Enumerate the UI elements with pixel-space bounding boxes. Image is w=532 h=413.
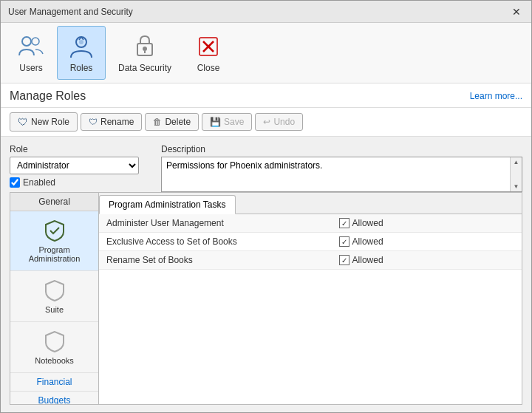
task-name: Rename Set of Books — [99, 251, 332, 270]
allowed-cell: ✓ Allowed — [339, 236, 514, 247]
undo-label: Undo — [273, 117, 295, 127]
allowed-label: Allowed — [352, 255, 383, 265]
delete-button[interactable]: 🗑 Delete — [145, 113, 199, 131]
main-window: User Management and Security ✕ Users — [0, 0, 532, 413]
learn-more-link[interactable]: Learn more... — [470, 91, 522, 101]
tab-bar: Program Administration Tasks — [99, 193, 522, 214]
data-security-icon — [132, 33, 158, 60]
svg-point-0 — [22, 37, 31, 46]
sidebar-item-financial[interactable]: Financial — [10, 373, 98, 392]
sidebar-item-budgets[interactable]: Budgets — [10, 392, 98, 404]
toolbar-data-security-label: Data Security — [118, 63, 171, 73]
scroll-up-arrow[interactable]: ▲ — [511, 157, 522, 167]
delete-icon: 🗑 — [153, 117, 162, 127]
sidebar-item-program-administration[interactable]: Program Administration — [10, 211, 98, 271]
undo-button[interactable]: ↩ Undo — [255, 113, 303, 131]
description-column: Description Permissions for Phoenix admi… — [161, 144, 522, 192]
toolbar-roles-button[interactable]: Roles — [57, 26, 106, 80]
allowed-label: Allowed — [352, 218, 383, 228]
rename-icon: 🛡 — [89, 117, 98, 127]
role-column: Role Administrator Enabled — [10, 144, 146, 188]
title-bar: User Management and Security ✕ — [1, 1, 531, 23]
sidebar-item-suite-label: Suite — [45, 305, 64, 314]
task-allowed: ✓ Allowed — [332, 233, 522, 251]
toolbar-roles-label: Roles — [70, 63, 93, 73]
program-administration-icon — [43, 219, 66, 242]
window-close-button[interactable]: ✕ — [509, 6, 524, 18]
delete-label: Delete — [165, 117, 191, 127]
svg-point-1 — [32, 38, 39, 45]
svg-point-5 — [143, 47, 147, 51]
toolbar-close-label: Close — [197, 63, 220, 73]
content-area: Manage Roles Learn more... 🛡 New Role 🛡 … — [1, 83, 531, 412]
allowed-checkbox[interactable]: ✓ — [339, 255, 349, 265]
task-allowed: ✓ Allowed — [332, 251, 522, 270]
scroll-down-arrow[interactable]: ▼ — [511, 182, 522, 191]
role-label: Role — [10, 144, 146, 154]
table-row: Administer User Management ✓ Allowed — [99, 214, 522, 233]
description-label: Description — [161, 144, 522, 154]
manage-roles-title: Manage Roles — [10, 89, 86, 103]
description-textarea[interactable]: Permissions for Phoenix administrators. — [162, 157, 510, 191]
new-role-button[interactable]: 🛡 New Role — [10, 112, 78, 132]
manage-roles-header: Manage Roles Learn more... — [1, 83, 531, 108]
tab-program-admin-tasks-label: Program Administration Tasks — [109, 199, 226, 210]
enabled-label: Enabled — [23, 177, 55, 188]
task-name: Administer User Management — [99, 214, 332, 233]
roles-icon — [68, 33, 95, 60]
tasks-table: Administer User Management ✓ Allowed — [99, 214, 522, 270]
tasks-table-container: Administer User Management ✓ Allowed — [99, 214, 522, 404]
save-icon: 💾 — [210, 117, 221, 127]
financial-label: Financial — [36, 377, 72, 387]
task-allowed: ✓ Allowed — [332, 214, 522, 233]
enabled-row: Enabled — [10, 177, 146, 188]
toolbar: Users Roles — [1, 23, 531, 83]
window-title: User Management and Security — [8, 7, 133, 17]
toolbar-users-button[interactable]: Users — [7, 26, 55, 80]
enabled-checkbox[interactable] — [10, 177, 20, 188]
sidebar-item-program-administration-label: Program Administration — [16, 245, 92, 263]
budgets-label: Budgets — [38, 395, 70, 404]
left-nav: General Program Administration — [10, 193, 99, 404]
sidebar-item-suite[interactable]: Suite — [10, 271, 98, 322]
new-role-icon: 🛡 — [18, 116, 28, 128]
undo-icon: ↩ — [263, 117, 270, 127]
notebooks-icon — [43, 330, 66, 353]
svg-point-3 — [79, 40, 83, 44]
table-row: Exclusive Access to Set of Books ✓ Allow… — [99, 233, 522, 251]
toolbar-users-label: Users — [19, 63, 42, 73]
rename-label: Rename — [100, 117, 134, 127]
action-bar: 🛡 New Role 🛡 Rename 🗑 Delete 💾 Save ↩ Un… — [1, 108, 531, 137]
bottom-section: General Program Administration — [10, 192, 522, 405]
allowed-checkbox[interactable]: ✓ — [339, 218, 349, 228]
allowed-checkbox[interactable]: ✓ — [339, 236, 349, 247]
table-row: Rename Set of Books ✓ Allowed — [99, 251, 522, 270]
allowed-label: Allowed — [352, 236, 383, 247]
toolbar-data-security-button[interactable]: Data Security — [107, 26, 183, 80]
main-content: Role Administrator Enabled Description P… — [1, 137, 531, 412]
allowed-cell: ✓ Allowed — [339, 255, 514, 265]
tab-program-admin-tasks[interactable]: Program Administration Tasks — [99, 195, 236, 214]
close-x-icon — [195, 33, 222, 60]
allowed-cell: ✓ Allowed — [339, 218, 514, 228]
general-header: General — [10, 193, 98, 211]
role-select[interactable]: Administrator — [10, 157, 139, 174]
toolbar-close-button[interactable]: Close — [184, 26, 233, 80]
rename-button[interactable]: 🛡 Rename — [81, 113, 142, 131]
description-wrapper: Permissions for Phoenix administrators. … — [161, 157, 522, 192]
sidebar-item-notebooks[interactable]: Notebooks — [10, 322, 98, 373]
users-icon — [18, 33, 44, 60]
description-scrollbar: ▲ ▼ — [510, 157, 522, 191]
right-panel: Program Administration Tasks Administer … — [99, 193, 522, 404]
task-name: Exclusive Access to Set of Books — [99, 233, 332, 251]
save-label: Save — [224, 117, 244, 127]
sidebar-item-notebooks-label: Notebooks — [35, 356, 74, 365]
save-button[interactable]: 💾 Save — [202, 113, 252, 131]
new-role-label: New Role — [31, 117, 69, 127]
role-desc-row: Role Administrator Enabled Description P… — [10, 144, 522, 192]
suite-icon — [43, 279, 66, 302]
